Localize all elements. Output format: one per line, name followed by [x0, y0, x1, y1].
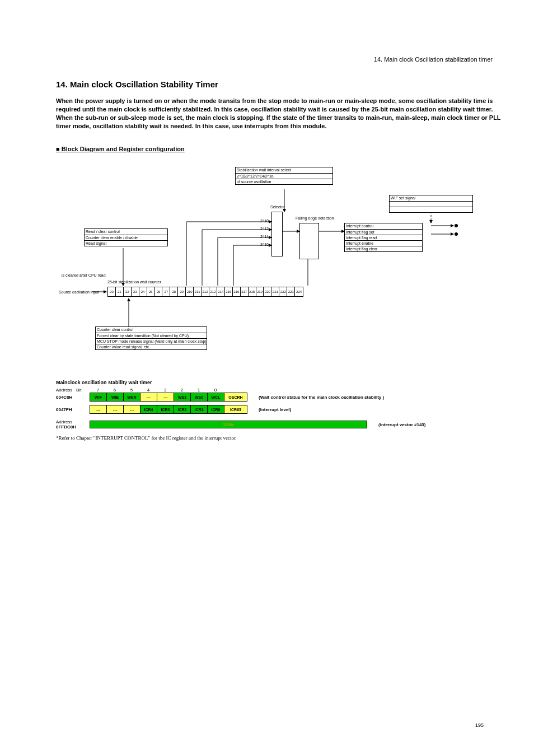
block-diagram-heading: ■ Block Diagram and Register configurati… [56, 146, 504, 152]
interrupt-control-row: Interrupt flag clear [345, 246, 422, 251]
vector-bar: 32Bits [90, 421, 367, 428]
register-bit-cell: --- [157, 393, 174, 401]
register-bit-cell: WEN [124, 393, 140, 401]
address-label: Address [56, 388, 72, 393]
counter-clear-row: Counter value read signal, etc. [96, 344, 207, 349]
vector-address: 0FFDC0H [56, 424, 90, 430]
counter-cell: 224 [295, 287, 303, 296]
address-label: Address [56, 419, 90, 424]
falling-edge-block [299, 223, 319, 259]
sel-214-label: 2^14 [260, 235, 269, 239]
wif-set-label: WIF set signal [390, 195, 472, 201]
stab-select-block: Stabilization wait interval select 2^10/… [235, 167, 333, 185]
counter-strip: 20 21 22 23 24 25 26 27 28 29 210 211 21… [107, 287, 303, 297]
counter-cell: 29 [178, 287, 186, 296]
counter-clear-row: Forced clear by state transition (Not cl… [96, 333, 207, 338]
register-bit-cell: WIF [90, 393, 107, 401]
read-clear-row: Counter clear enable / disable [85, 235, 167, 240]
interrupt-control-block: Interrupt control Interrupt flag set Int… [344, 223, 423, 252]
counter-cell: 21 [116, 287, 124, 296]
vector-row: Address 0FFDC0H 32Bits (Interrupt vector… [56, 419, 504, 430]
register-bit-cell: --- [107, 405, 124, 413]
footnote: *Refer to Chapter "INTERRUPT CONTROL" fo… [56, 435, 504, 441]
bitnum: 6 [106, 388, 123, 393]
counter-cell: 217 [241, 287, 249, 296]
counter-cell: 221 [271, 287, 279, 296]
interrupt-control-row: Interrupt flag set [345, 229, 422, 235]
selector-block [271, 212, 283, 256]
register-bit-cell: ICR3 [157, 405, 174, 413]
bit-label: Bit [76, 388, 81, 393]
svg-point-11 [455, 232, 458, 236]
falling-edge-label: Falling edge detection [296, 216, 334, 220]
svg-point-9 [455, 224, 458, 227]
register-bit-cell: ICR4 [140, 405, 157, 413]
intro-paragraph: When the power supply is turned on or wh… [56, 97, 504, 130]
read-clear-block: Read / clear control Counter clear enabl… [84, 228, 168, 246]
register-section: Mainclock oscillation stability wait tim… [56, 380, 504, 441]
counter-cell: 214 [217, 287, 225, 296]
selector-label: Selector [270, 205, 285, 209]
counter-cell: 22 [124, 287, 132, 296]
page-number: 195 [475, 722, 484, 728]
counter-cell: 222 [279, 287, 287, 296]
counter-cell: 26 [155, 287, 163, 296]
stab-select-row: 2^10/2^12/2^14/2^16 [236, 173, 332, 179]
counter-cell: 24 [139, 287, 147, 296]
counter-clear-title: Counter clear control [96, 327, 207, 333]
counter-cell: 20 [108, 287, 116, 296]
counter-read-clear-label: is cleared after CPU read. [62, 273, 107, 277]
register-row-icr: 0047FH ---------ICR4ICR3ICR2ICR1ICR0ICR6… [56, 405, 504, 414]
counter-cell: 25 [147, 287, 155, 296]
register-desc: (Interrupt level) [259, 407, 291, 412]
register-bit-cell: ICR63 [224, 405, 247, 413]
register-bit-cell: WCL [208, 393, 224, 401]
counter-cell: 218 [249, 287, 256, 296]
interrupt-control-row: Interrupt enable [345, 240, 422, 246]
bitnum: 5 [123, 388, 140, 393]
counter-cell: 220 [264, 287, 271, 296]
read-clear-row: Read signal [85, 240, 167, 246]
chapter-title: 14. Main clock Oscillation Stability Tim… [56, 80, 504, 89]
counter-cell: 23 [132, 287, 139, 296]
register-cells: WIFWIEWEN------WS1WS0WCLOSCRH [90, 393, 247, 402]
register-bit-cell: WS1 [174, 393, 191, 401]
interrupt-control-row: Interrupt flag read [345, 235, 422, 240]
counter-clear-row: MCU STOP mode release signal (Valid only… [96, 338, 207, 344]
register-address: 0047FH [56, 407, 90, 412]
counter-clear-block: Counter clear control Forced clear by st… [95, 326, 207, 350]
source-osc-label: Source oscillation input [59, 290, 99, 294]
register-title: Mainclock oscillation stability wait tim… [56, 380, 504, 385]
counter-cell: 212 [202, 287, 209, 296]
counter-cell: 215 [225, 287, 233, 296]
counter-cell: 219 [256, 287, 264, 296]
register-bit-cell: ICR0 [208, 405, 224, 413]
register-bit-cell: ICR2 [174, 405, 191, 413]
bitnum: 1 [190, 388, 207, 393]
read-clear-title: Read / clear control [85, 229, 167, 235]
counter-cell: 213 [209, 287, 217, 296]
sel-210-label: 2^10 [260, 219, 269, 223]
wif-set-row [390, 201, 472, 207]
register-bit-cell: WS0 [191, 393, 208, 401]
register-bit-cell: --- [90, 405, 107, 413]
register-bit-cell: ICR1 [191, 405, 208, 413]
stab-select-row: of source oscillation [236, 179, 332, 184]
register-desc: (Wait control status for the main clock … [259, 395, 384, 400]
counter-cell: 216 [233, 287, 241, 296]
counter-cell: 27 [162, 287, 170, 296]
bitnum: 3 [157, 388, 174, 393]
counter-title-label: 25-bit stabilization wait counter [107, 280, 161, 284]
sel-216-label: 2^16 [260, 242, 269, 246]
vector-desc: (Interrupt vector #143) [378, 422, 425, 427]
register-bit-cell: WIE [107, 393, 124, 401]
register-bit-cell: OSCRH [224, 393, 247, 401]
counter-cell: 210 [186, 287, 194, 296]
wif-set-row [390, 207, 472, 212]
bitnum: 2 [174, 388, 190, 393]
bitnum: 7 [90, 388, 106, 393]
block-diagram-figure: Read / clear control Counter clear enabl… [50, 156, 498, 368]
counter-cell: 223 [287, 287, 295, 296]
bit-number-row: Address Bit 7 6 5 4 3 2 1 0 [90, 388, 504, 393]
register-bit-cell: --- [140, 393, 157, 401]
